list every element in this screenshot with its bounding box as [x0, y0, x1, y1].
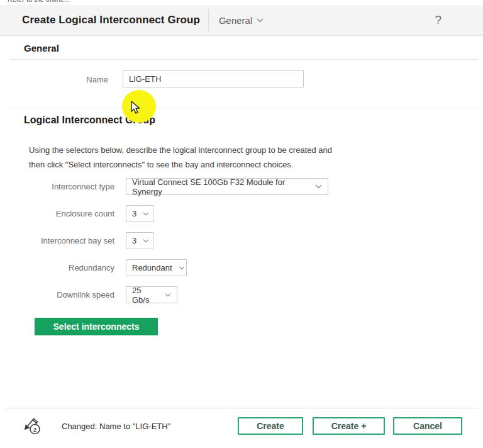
downlink-speed-row: Downlink speed 25 Gb/s — [0, 286, 177, 303]
interconnect-type-row: Interconnect type Virtual Connect SE 100… — [0, 178, 328, 195]
dialog-title: Create Logical Interconnect Group — [22, 14, 200, 26]
name-input[interactable] — [123, 70, 304, 87]
cancel-button[interactable]: Cancel — [393, 417, 462, 435]
interconnect-bay-set-value: 3 — [132, 236, 136, 245]
clipped-background-text: Refer to the online... — [8, 0, 70, 4]
name-label: Name — [0, 75, 108, 84]
mouse-cursor-icon — [131, 101, 142, 117]
interconnect-bay-set-select[interactable]: 3 — [126, 232, 153, 249]
change-status-text: Changed: Name to "LIG-ETH" — [62, 422, 170, 431]
downlink-speed-select[interactable]: 25 Gb/s — [126, 286, 177, 303]
enclosure-count-label: Enclosure count — [0, 209, 114, 218]
create-lig-dialog: Refer to the online... Create Logical In… — [0, 0, 483, 448]
view-selector-dropdown[interactable]: General — [219, 15, 264, 26]
view-selector-label: General — [219, 15, 252, 26]
lig-description: Using the selectors below, describe the … — [29, 143, 337, 172]
interconnect-type-select[interactable]: Virtual Connect SE 100Gb F32 Module for … — [126, 178, 328, 195]
create-plus-button[interactable]: Create + — [313, 417, 385, 435]
create-button[interactable]: Create — [238, 417, 303, 435]
interconnect-bay-set-row: Interconnect bay set 3 — [0, 232, 153, 249]
downlink-speed-label: Downlink speed — [0, 290, 114, 300]
dialog-header: Create Logical Interconnect Group Genera… — [0, 5, 483, 36]
downlink-speed-value: 25 Gb/s — [132, 286, 158, 305]
redundancy-value: Redundant — [132, 263, 172, 272]
enclosure-count-row: Enclosure count 3 — [0, 205, 153, 222]
help-icon[interactable]: ? — [435, 13, 441, 27]
enclosure-count-select[interactable]: 3 — [126, 205, 153, 222]
chevron-down-icon — [257, 18, 264, 23]
chevron-down-icon — [143, 212, 149, 216]
changes-pencil-icon[interactable]: 2 — [23, 415, 43, 439]
section-divider — [9, 59, 478, 60]
chevron-down-icon — [179, 266, 185, 270]
redundancy-row: Redundancy Redundant — [0, 259, 187, 276]
chevron-down-icon — [143, 239, 149, 243]
enclosure-count-value: 3 — [132, 209, 136, 218]
interconnect-bay-set-label: Interconnect bay set — [0, 236, 114, 245]
general-section-heading: General — [24, 43, 59, 53]
chevron-down-icon — [165, 293, 171, 297]
select-interconnects-button[interactable]: Select interconnects — [35, 318, 158, 335]
section-divider — [9, 108, 478, 108]
footer-divider — [5, 408, 478, 408]
interconnect-type-label: Interconnect type — [0, 182, 114, 191]
chevron-down-icon — [315, 184, 322, 189]
header-divider — [208, 9, 209, 31]
interconnect-type-value: Virtual Connect SE 100Gb F32 Module for … — [132, 177, 309, 196]
changes-count-badge: 2 — [33, 427, 36, 433]
redundancy-select[interactable]: Redundant — [126, 259, 187, 276]
redundancy-label: Redundancy — [0, 263, 114, 272]
